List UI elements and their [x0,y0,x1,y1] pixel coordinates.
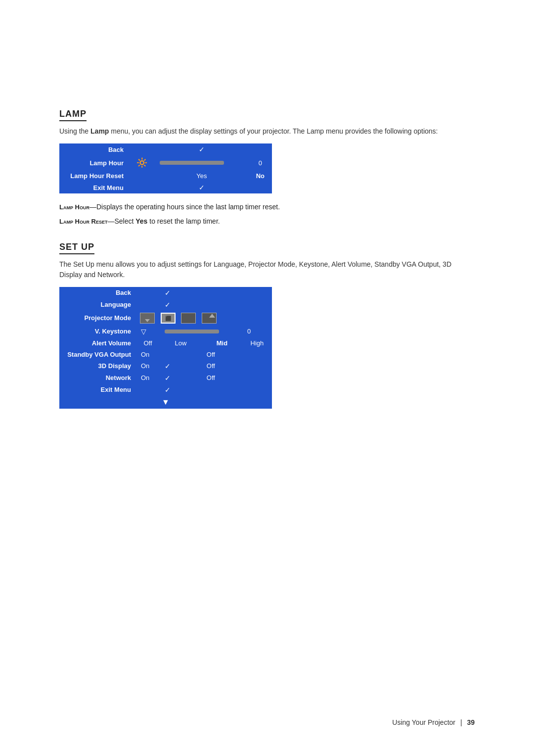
setup-3ddisplay-row: 3D Display On ✓ Off [59,360,272,372]
setup-language-row: Language ✓ [59,299,272,311]
lamp-reset-desc-bold: Yes [135,217,147,225]
lamp-reset-desc: Lamp Hour Reset—Select Yes to reset the … [59,216,475,227]
setup-3d-on: On [136,360,160,372]
lamp-hour-icon-cell: 🔆 [129,155,155,170]
lamp-exit-c1 [129,182,155,193]
setup-keystone-row: V. Keystone ▽ 0 [59,326,272,337]
setup-net-c4 [242,372,272,384]
proj-mode-icon-1 [140,313,155,324]
setup-keystone-value: 0 [242,326,272,337]
lamp-back-label: Back [59,143,129,155]
setup-back-c4 [242,287,272,299]
setup-standbyvga-row: Standby VGA Output On Off [59,349,272,360]
setup-3d-label: 3D Display [59,360,136,372]
setup-keystone-label: V. Keystone [59,326,136,337]
lamp-menu-back-row: Back ✓ [59,143,272,155]
lamp-reset-desc-text2: to reset the lamp timer. [147,217,220,225]
setup-network-row: Network On ✓ Off [59,372,272,384]
setup-vol-mid: Mid [202,337,242,349]
setup-lang-c4 [242,299,272,311]
lamp-reset-c1 [129,170,155,182]
proj-mode-icon-2: ⬛ [161,313,176,324]
setup-lang-c1 [136,299,160,311]
lamp-section: LAMP Using the Lamp menu, you can adjust… [59,109,475,227]
setup-standbyvga-label: Standby VGA Output [59,349,136,360]
lamp-desc-after: menu, you can adjust the display setting… [109,127,438,135]
setup-vga-c4 [242,349,272,360]
lamp-hour-slider-cell [155,155,249,170]
lamp-reset-label: Lamp Hour Reset [59,170,129,182]
lamp-exit-check: ✓ [155,182,249,193]
lamp-reset-row: Lamp Hour Reset Yes No [59,170,272,182]
lamp-exit-row: Exit Menu ✓ [59,182,272,193]
lamp-desc-before: Using the [59,127,90,135]
lamp-hour-desc: Lamp Hour—Displays the operating hours s… [59,201,475,213]
setup-vga-c2 [160,349,202,360]
setup-projmode-label: Projector Mode [59,311,136,326]
setup-exit-label: Exit Menu [59,384,136,396]
setup-lang-check: ✓ [160,299,202,311]
lamp-reset-yes: Yes [155,170,249,182]
lamp-hour-label: Lamp Hour [59,155,129,170]
lamp-description: Using the Lamp menu, you can adjust the … [59,126,475,137]
setup-vga-off: Off [202,349,242,360]
setup-scroll-down[interactable]: ▼ [59,396,272,409]
setup-exit-c4 [242,384,272,396]
page: LAMP Using the Lamp menu, you can adjust… [0,0,534,756]
setup-title: SET UP [59,242,94,254]
setup-exit-c3 [202,384,242,396]
setup-3d-c4 [242,360,272,372]
setup-3d-off: Off [202,360,242,372]
setup-vol-off: Off [136,337,160,349]
setup-back-row: Back ✓ [59,287,272,299]
lamp-slider-bar [160,161,224,165]
lamp-icon: 🔆 [136,158,147,168]
setup-alertvol-row: Alert Volume Off Low Mid High [59,337,272,349]
setup-menu-table: Back ✓ Language ✓ Projector Mode [59,287,272,396]
lamp-slider [160,161,244,165]
lamp-exit-c3 [249,182,272,193]
lamp-back-c1 [129,143,155,155]
setup-vol-high: High [242,337,272,349]
setup-projmode-icons: ⬛ [136,311,272,326]
setup-lang-c3 [202,299,242,311]
keystone-slider-bar [165,330,219,333]
setup-alertvol-label: Alert Volume [59,337,136,349]
lamp-desc-bold: Lamp [90,127,109,135]
setup-back-c3 [202,287,242,299]
lamp-hour-row: Lamp Hour 🔆 0 [59,155,272,170]
setup-net-off: Off [202,372,242,384]
down-arrow-icon: ▼ [162,398,170,406]
lamp-exit-label: Exit Menu [59,182,129,193]
footer: Using Your Projector | 39 [392,718,475,726]
lamp-back-c3 [249,143,272,155]
setup-network-label: Network [59,372,136,384]
setup-3d-check: ✓ [160,360,202,372]
keystone-slider-container [165,330,237,333]
setup-net-check: ✓ [160,372,202,384]
setup-keystone-slider [160,326,242,337]
lamp-title: LAMP [59,109,87,121]
lamp-reset-no: No [249,170,272,182]
setup-exit-check: ✓ [160,384,202,396]
setup-net-on: On [136,372,160,384]
lamp-back-check: ✓ [199,145,205,153]
setup-vga-on: On [136,349,160,360]
setup-keystone-icon: ▽ [136,326,160,337]
lamp-reset-desc-dash: — [107,217,114,225]
keystone-icon: ▽ [141,328,146,335]
setup-back-label: Back [59,287,136,299]
setup-back-c1 [136,287,160,299]
setup-exit-c1 [136,384,160,396]
lamp-hour-value: 0 [249,155,272,170]
setup-back-check: ✓ [160,287,202,299]
footer-text: Using Your Projector [392,718,455,726]
proj-mode-icon-4 [202,313,217,324]
proj-mode-icon-3 [181,313,196,324]
lamp-hour-desc-dash: — [89,203,96,211]
lamp-menu-table: Back ✓ Lamp Hour 🔆 [59,143,272,193]
setup-section: SET UP The Set Up menu allows you to adj… [59,242,475,409]
lamp-hour-desc-text: Displays the operating hours since the l… [96,203,280,211]
footer-page: 39 [467,718,475,726]
setup-vol-low: Low [160,337,202,349]
